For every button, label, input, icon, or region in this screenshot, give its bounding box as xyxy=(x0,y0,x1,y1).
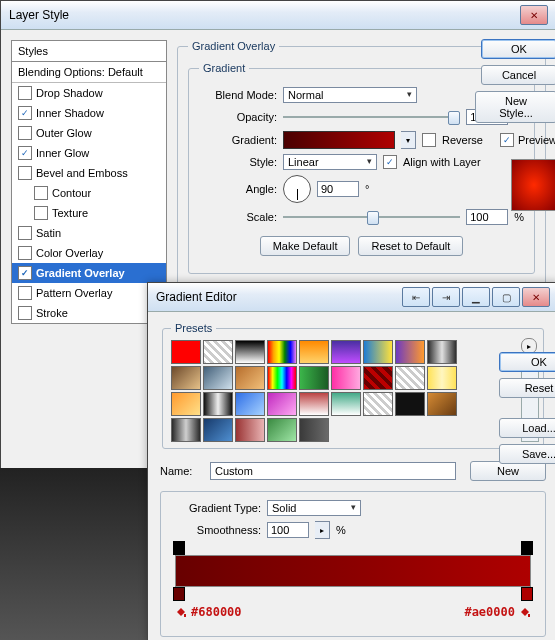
style-select[interactable]: Linear xyxy=(283,154,377,170)
preset-swatch[interactable] xyxy=(171,340,201,364)
preset-swatch[interactable] xyxy=(203,418,233,442)
reverse-checkbox[interactable] xyxy=(422,133,436,147)
preset-swatch[interactable] xyxy=(235,392,265,416)
preset-swatch[interactable] xyxy=(267,366,297,390)
scale-slider[interactable] xyxy=(283,208,460,226)
layer-style-title: Layer Style xyxy=(9,8,69,22)
style-item-gradient-overlay[interactable]: ✓Gradient Overlay xyxy=(12,263,166,283)
style-checkbox[interactable] xyxy=(18,166,32,180)
style-checkbox[interactable] xyxy=(18,306,32,320)
style-item-stroke[interactable]: Stroke xyxy=(12,303,166,323)
preset-swatch[interactable] xyxy=(299,340,329,364)
dock-right-icon[interactable]: ⇥ xyxy=(432,287,460,307)
minimize-icon[interactable]: ▁ xyxy=(462,287,490,307)
preset-swatch[interactable] xyxy=(363,340,393,364)
preset-swatch[interactable] xyxy=(363,366,393,390)
close-icon[interactable]: ✕ xyxy=(522,287,550,307)
style-item-texture[interactable]: Texture xyxy=(12,203,166,223)
style-item-satin[interactable]: Satin xyxy=(12,223,166,243)
color-stop-left[interactable] xyxy=(173,587,185,601)
preset-swatch[interactable] xyxy=(395,340,425,364)
presets-group: Presets ▸ ▴ ▾ xyxy=(162,322,544,449)
style-item-color-overlay[interactable]: Color Overlay xyxy=(12,243,166,263)
smoothness-input[interactable]: 100 xyxy=(267,522,309,538)
new-style-button[interactable]: New Style... xyxy=(475,91,555,123)
style-item-contour[interactable]: Contour xyxy=(12,183,166,203)
preset-swatch[interactable] xyxy=(171,366,201,390)
style-item-bevel-and-emboss[interactable]: Bevel and Emboss xyxy=(12,163,166,183)
save-button[interactable]: Save... xyxy=(499,444,555,464)
load-button[interactable]: Load... xyxy=(499,418,555,438)
color-stop-right[interactable] xyxy=(521,587,533,601)
blending-options[interactable]: Blending Options: Default xyxy=(12,62,166,83)
reset-default-button[interactable]: Reset to Default xyxy=(358,236,463,256)
preset-swatch[interactable] xyxy=(235,418,265,442)
scale-input[interactable]: 100 xyxy=(466,209,508,225)
ok-button[interactable]: OK xyxy=(499,352,555,372)
dock-left-icon[interactable]: ⇤ xyxy=(402,287,430,307)
gradient-type-select[interactable]: Solid xyxy=(267,500,361,516)
style-checkbox[interactable] xyxy=(34,206,48,220)
ok-button[interactable]: OK xyxy=(481,39,555,59)
gradient-editor-titlebar[interactable]: Gradient Editor ⇤ ⇥ ▁ ▢ ✕ xyxy=(148,283,555,312)
blend-mode-select[interactable]: Normal xyxy=(283,87,417,103)
opacity-stop-left[interactable] xyxy=(173,541,185,555)
preset-swatch[interactable] xyxy=(203,366,233,390)
cancel-button[interactable]: Cancel xyxy=(481,65,555,85)
preset-swatch[interactable] xyxy=(171,418,201,442)
preset-swatch[interactable] xyxy=(267,392,297,416)
style-checkbox[interactable]: ✓ xyxy=(18,266,32,280)
style-checkbox[interactable] xyxy=(18,286,32,300)
preset-swatch[interactable] xyxy=(299,392,329,416)
opacity-slider[interactable] xyxy=(283,108,460,126)
style-item-drop-shadow[interactable]: Drop Shadow xyxy=(12,83,166,103)
style-item-inner-glow[interactable]: ✓Inner Glow xyxy=(12,143,166,163)
preset-swatch[interactable] xyxy=(267,340,297,364)
style-item-outer-glow[interactable]: Outer Glow xyxy=(12,123,166,143)
preset-swatch[interactable] xyxy=(427,340,457,364)
preset-swatch[interactable] xyxy=(235,366,265,390)
name-input[interactable]: Custom xyxy=(210,462,456,480)
preset-swatch[interactable] xyxy=(331,340,361,364)
preset-swatch[interactable] xyxy=(395,366,425,390)
hex-right: #ae0000 xyxy=(464,605,515,619)
style-checkbox[interactable]: ✓ xyxy=(18,106,32,120)
maximize-icon[interactable]: ▢ xyxy=(492,287,520,307)
new-button[interactable]: New xyxy=(470,461,546,481)
preset-swatch[interactable] xyxy=(331,366,361,390)
preset-swatch[interactable] xyxy=(427,392,457,416)
preset-swatch[interactable] xyxy=(395,392,425,416)
style-checkbox[interactable] xyxy=(18,126,32,140)
preset-swatch[interactable] xyxy=(203,340,233,364)
preview-checkbox[interactable]: ✓ xyxy=(500,133,514,147)
preset-swatch[interactable] xyxy=(427,366,457,390)
style-item-pattern-overlay[interactable]: Pattern Overlay xyxy=(12,283,166,303)
preset-swatch[interactable] xyxy=(299,366,329,390)
angle-input[interactable]: 90 xyxy=(317,181,359,197)
style-checkbox[interactable] xyxy=(18,226,32,240)
reset-button[interactable]: Reset xyxy=(499,378,555,398)
style-checkbox[interactable] xyxy=(18,246,32,260)
preset-swatch[interactable] xyxy=(267,418,297,442)
gradient-bar[interactable] xyxy=(175,555,531,587)
opacity-stop-right[interactable] xyxy=(521,541,533,555)
make-default-button[interactable]: Make Default xyxy=(260,236,351,256)
preset-swatch[interactable] xyxy=(203,392,233,416)
gradient-dropdown-icon[interactable]: ▾ xyxy=(401,131,416,149)
angle-dial[interactable] xyxy=(283,175,311,203)
gradient-swatch[interactable] xyxy=(283,131,395,149)
style-checkbox[interactable]: ✓ xyxy=(18,146,32,160)
smoothness-stepper-icon[interactable]: ▸ xyxy=(315,521,330,539)
close-icon[interactable]: ✕ xyxy=(520,5,548,25)
preset-swatch[interactable] xyxy=(171,392,201,416)
preset-swatch[interactable] xyxy=(235,340,265,364)
preset-swatch[interactable] xyxy=(331,392,361,416)
preset-swatch[interactable] xyxy=(363,392,393,416)
styles-header[interactable]: Styles xyxy=(12,41,166,62)
preset-swatch[interactable] xyxy=(299,418,329,442)
align-checkbox[interactable]: ✓ xyxy=(383,155,397,169)
style-item-inner-shadow[interactable]: ✓Inner Shadow xyxy=(12,103,166,123)
style-checkbox[interactable] xyxy=(18,86,32,100)
layer-style-titlebar[interactable]: Layer Style ✕ xyxy=(1,1,555,30)
style-checkbox[interactable] xyxy=(34,186,48,200)
